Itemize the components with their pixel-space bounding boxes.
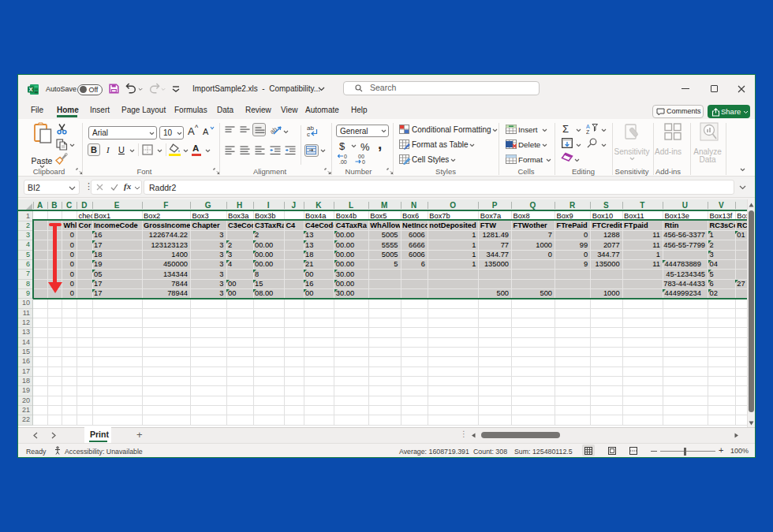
svg-text:.00: .00 [339,159,347,164]
svg-text:0: 0 [344,154,347,159]
svg-text:Z: Z [586,129,590,134]
svg-text:0: 0 [362,159,365,164]
svg-text:A: A [586,124,590,129]
svg-text:X: X [28,86,32,93]
svg-text:00: 00 [358,154,364,159]
svg-text:c: c [307,131,310,137]
